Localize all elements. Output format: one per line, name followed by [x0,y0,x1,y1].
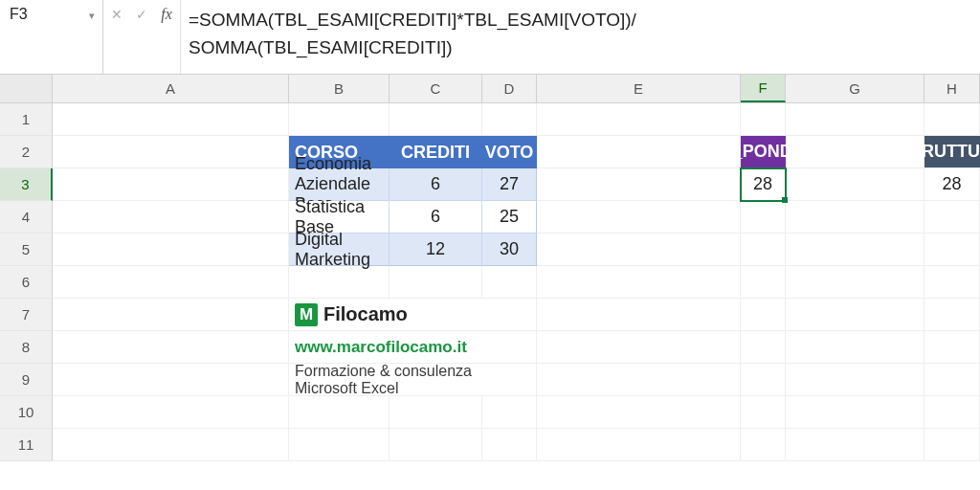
fx-icon[interactable]: fx [159,7,174,22]
col-header[interactable]: E [537,75,741,102]
table-cell-crediti[interactable]: 6 [390,168,482,201]
cell[interactable] [786,429,924,461]
cell[interactable] [741,429,786,461]
row-header[interactable]: 9 [0,364,53,396]
cell[interactable] [537,429,741,461]
cell[interactable] [53,331,289,364]
row-header[interactable]: 4 [0,201,53,234]
cell[interactable] [741,266,786,299]
formula-input[interactable]: =SOMMA(TBL_ESAMI[CREDITI]*TBL_ESAMI[VOTO… [181,0,980,74]
cell[interactable] [53,299,289,331]
cell[interactable] [289,103,390,136]
col-header[interactable]: B [289,75,390,102]
row-header[interactable]: 10 [0,396,53,429]
row-header[interactable]: 1 [0,103,53,136]
cell[interactable] [786,396,924,429]
cell[interactable] [537,103,741,136]
cell[interactable] [786,299,924,331]
cell[interactable] [741,103,786,136]
cell[interactable] [924,201,980,234]
cell[interactable] [924,266,980,299]
col-header[interactable]: D [482,75,537,102]
table-cell-crediti[interactable]: 6 [390,201,482,234]
cell[interactable] [482,396,537,429]
row-header[interactable]: 5 [0,234,53,266]
cell[interactable] [537,266,741,299]
cell[interactable] [289,396,390,429]
select-all-corner[interactable] [0,75,53,102]
cell[interactable] [924,103,980,136]
cell[interactable] [741,396,786,429]
cell[interactable] [786,234,924,266]
cell[interactable] [786,266,924,299]
name-box[interactable]: F3 ▾ [0,0,103,74]
cell[interactable] [537,168,741,201]
brand-tagline[interactable]: Formazione & consulenza Microsoft Excel [289,364,537,396]
cell[interactable] [482,429,537,461]
cell[interactable] [924,234,980,266]
cell[interactable] [924,396,980,429]
row-header[interactable]: 8 [0,331,53,364]
row-header[interactable]: 6 [0,266,53,299]
cell[interactable] [537,396,741,429]
cell[interactable] [53,364,289,396]
chevron-down-icon[interactable]: ▾ [89,10,95,22]
cell[interactable] [741,201,786,234]
cell[interactable] [537,331,741,364]
cell[interactable] [53,429,289,461]
cell[interactable] [53,136,289,168]
col-header[interactable]: H [924,75,980,102]
logo-cell[interactable]: M Filocamo [289,299,537,331]
media-ponderata-header[interactable]: MEDIA_PONDERATA [741,136,786,168]
table-cell-crediti[interactable]: 12 [390,234,482,266]
cell[interactable] [741,299,786,331]
col-header[interactable]: F [741,75,786,102]
worksheet-grid[interactable]: 1 2 CORSO CREDITI VOTO MEDIA_PONDERATA S… [0,103,980,461]
cell[interactable] [537,234,741,266]
struttura-header[interactable]: STRUTTURA [924,136,980,168]
cell[interactable] [53,266,289,299]
cell[interactable] [924,364,980,396]
row-header[interactable]: 7 [0,299,53,331]
cell[interactable] [924,429,980,461]
cell[interactable] [741,234,786,266]
cell[interactable] [537,364,741,396]
cell-F3-media-ponderata[interactable]: 28 [741,168,786,201]
cell[interactable] [537,201,741,234]
cell[interactable] [537,299,741,331]
cell[interactable] [482,103,537,136]
cell[interactable] [924,299,980,331]
table-cell-voto[interactable]: 25 [482,201,537,234]
cell[interactable] [786,331,924,364]
cell[interactable] [390,396,482,429]
col-header[interactable]: C [390,75,482,102]
cell[interactable] [741,331,786,364]
table-cell-voto[interactable]: 30 [482,234,537,266]
cell[interactable] [289,429,390,461]
cell[interactable] [786,364,924,396]
cell[interactable] [289,266,390,299]
cell[interactable] [390,266,482,299]
cell[interactable] [786,168,924,201]
enter-icon[interactable]: ✓ [134,7,149,22]
cell[interactable] [53,396,289,429]
cell[interactable] [390,103,482,136]
col-header[interactable]: G [786,75,924,102]
table-header-voto[interactable]: VOTO [482,136,537,168]
row-header[interactable]: 11 [0,429,53,461]
cell[interactable] [786,103,924,136]
table-cell-voto[interactable]: 27 [482,168,537,201]
row-header[interactable]: 2 [0,136,53,168]
cell[interactable] [53,234,289,266]
cell[interactable] [53,168,289,201]
cell[interactable] [53,201,289,234]
brand-url[interactable]: www.marcofilocamo.it [289,331,537,364]
table-header-crediti[interactable]: CREDITI [390,136,482,168]
table-cell-corso[interactable]: Digital Marketing [289,234,390,266]
cell[interactable] [786,201,924,234]
row-header[interactable]: 3 [0,168,53,201]
cell-H3-struttura[interactable]: 28 [924,168,980,201]
col-header[interactable]: A [53,75,289,102]
cell[interactable] [924,331,980,364]
cell[interactable] [482,266,537,299]
